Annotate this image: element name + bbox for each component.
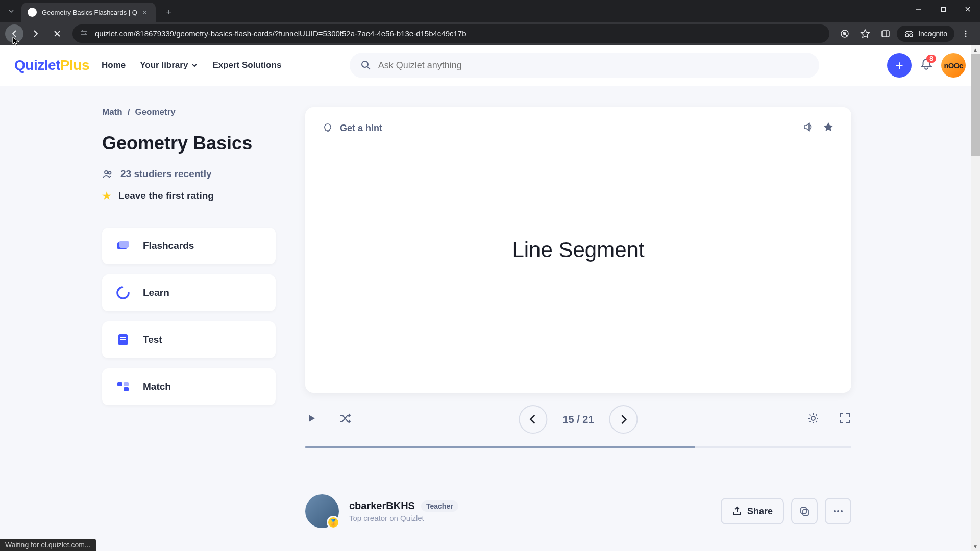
notification-badge: 8 (926, 55, 936, 63)
learn-icon (114, 284, 132, 302)
svg-rect-19 (120, 337, 126, 338)
address-bar[interactable]: quizlet.com/818679339/geometry-basics-fl… (72, 24, 829, 43)
browser-tab[interactable]: Geometry Basics Flashcards | Q ✕ (21, 3, 156, 22)
mode-match[interactable]: Match (102, 368, 276, 405)
svg-rect-22 (124, 387, 129, 391)
chevron-down-icon (191, 62, 198, 69)
stop-reload-button[interactable] (48, 24, 66, 43)
svg-point-17 (117, 287, 129, 298)
search-input[interactable] (378, 60, 808, 71)
site-header: QuizletPlus Home Your library Expert Sol… (0, 45, 980, 86)
play-button[interactable] (305, 412, 317, 427)
tracking-protection-icon[interactable] (836, 24, 854, 43)
breadcrumb-math[interactable]: Math (102, 107, 122, 117)
lightbulb-icon (323, 123, 333, 133)
flashcard[interactable]: Get a hint Line Segment (305, 107, 851, 393)
svg-point-27 (834, 510, 836, 512)
window-close-button[interactable] (955, 0, 980, 18)
scroll-up-arrow[interactable]: ▲ (971, 45, 980, 54)
search-icon (361, 60, 371, 70)
study-modes: Flashcards Learn Test Match (102, 228, 276, 405)
notifications-button[interactable]: 8 (920, 58, 933, 73)
svg-point-7 (910, 34, 913, 37)
shuffle-button[interactable] (339, 412, 351, 427)
mode-flashcards[interactable]: Flashcards (102, 228, 276, 264)
test-icon (114, 331, 132, 348)
scroll-down-arrow[interactable]: ▼ (971, 542, 980, 551)
people-icon (102, 168, 113, 180)
tab-close-icon[interactable]: ✕ (140, 8, 150, 17)
creator-badge-icon: 🏅 (327, 516, 340, 529)
svg-rect-1 (941, 7, 945, 11)
incognito-indicator[interactable]: Incognito (897, 26, 954, 42)
svg-point-3 (843, 32, 846, 35)
progress-bar (305, 446, 851, 448)
create-button[interactable]: + (887, 53, 912, 78)
svg-rect-23 (124, 382, 129, 386)
more-options-button[interactable] (825, 498, 851, 524)
teacher-tag: Teacher (421, 500, 458, 512)
right-column: Get a hint Line Segment 15 / 21 (305, 107, 851, 528)
creator-avatar[interactable]: 🏅 (305, 494, 339, 528)
svg-point-14 (109, 172, 111, 174)
svg-point-13 (105, 171, 108, 174)
search-bar[interactable] (350, 53, 819, 78)
svg-rect-4 (882, 31, 889, 37)
mode-test[interactable]: Test (102, 321, 276, 358)
copy-button[interactable] (791, 498, 818, 524)
creator-subtitle: Top creator on Quizlet (349, 514, 458, 522)
svg-rect-20 (120, 339, 126, 340)
flashcards-icon (114, 237, 132, 255)
forward-button[interactable] (27, 24, 45, 43)
window-maximize-button[interactable] (931, 0, 955, 18)
get-hint-button[interactable]: Get a hint (323, 123, 382, 134)
fullscreen-icon[interactable] (838, 412, 851, 427)
side-panel-icon[interactable] (876, 24, 895, 43)
tab-favicon (28, 8, 37, 17)
audio-icon[interactable] (802, 121, 814, 135)
progress-fill (305, 446, 695, 448)
card-controls: 15 / 21 (305, 405, 851, 434)
match-icon (114, 378, 132, 395)
browser-toolbar: quizlet.com/818679339/geometry-basics-fl… (0, 22, 980, 45)
svg-rect-26 (803, 510, 808, 515)
star-icon: ★ (102, 190, 111, 202)
settings-icon[interactable] (806, 412, 820, 427)
share-button[interactable]: Share (721, 498, 784, 524)
svg-line-12 (368, 67, 370, 69)
nav-home[interactable]: Home (102, 60, 126, 70)
nav-your-library[interactable]: Your library (140, 60, 198, 70)
incognito-label: Incognito (918, 30, 947, 38)
prev-card-button[interactable] (519, 405, 547, 434)
tab-search-dropdown[interactable] (4, 4, 18, 18)
mode-learn[interactable]: Learn (102, 274, 276, 311)
svg-point-29 (841, 510, 843, 512)
breadcrumb-geometry[interactable]: Geometry (135, 107, 175, 117)
back-button[interactable] (5, 24, 23, 43)
studiers-row: 23 studiers recently (102, 168, 276, 180)
new-tab-button[interactable]: + (161, 4, 177, 20)
quizlet-logo[interactable]: QuizletPlus (14, 57, 89, 73)
rating-cta[interactable]: ★ Leave the first rating (102, 190, 276, 202)
star-card-icon[interactable] (823, 121, 834, 135)
card-counter: 15 / 21 (562, 414, 594, 425)
svg-point-24 (811, 416, 815, 420)
window-minimize-button[interactable] (906, 0, 931, 18)
svg-point-8 (965, 30, 967, 32)
next-card-button[interactable] (609, 405, 638, 434)
browser-menu-icon[interactable] (957, 24, 975, 43)
header-nav: Home Your library Expert Solutions (102, 60, 281, 70)
creator-name[interactable]: cbarkerBKHS (349, 500, 415, 512)
status-bar: Waiting for el.quizlet.com... (0, 539, 96, 551)
svg-point-9 (965, 33, 967, 34)
bookmark-star-icon[interactable] (856, 24, 874, 43)
user-avatar[interactable]: nOOc (941, 53, 966, 78)
nav-expert-solutions[interactable]: Expert Solutions (212, 60, 281, 70)
page-scrollbar[interactable]: ▲ ▼ (971, 45, 980, 551)
tab-title: Geometry Basics Flashcards | Q (42, 9, 137, 16)
incognito-icon (904, 29, 914, 39)
site-settings-icon[interactable] (80, 28, 89, 39)
svg-point-28 (837, 510, 839, 512)
scroll-thumb[interactable] (971, 54, 980, 156)
creator-row: 🏅 cbarkerBKHS Teacher Top creator on Qui… (305, 494, 851, 528)
